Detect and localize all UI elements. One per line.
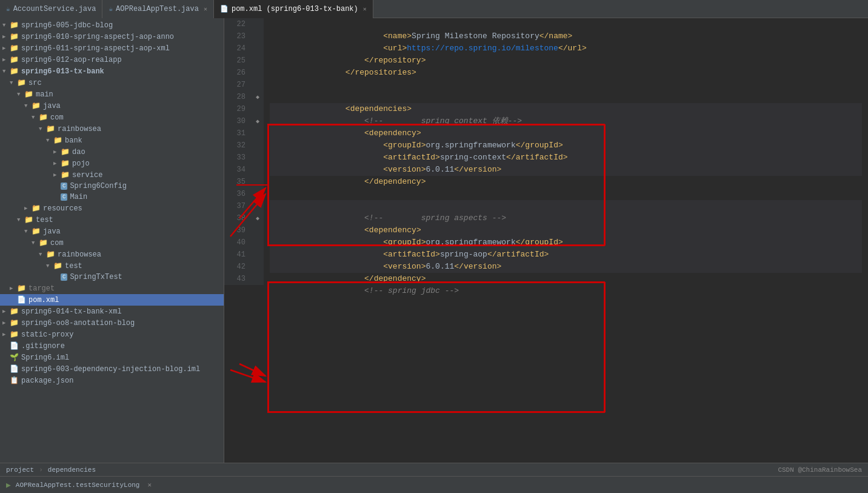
tree-item-src[interactable]: ▼ 📁 src bbox=[0, 77, 224, 89]
tree-label: service bbox=[72, 171, 102, 179]
tree-item-spring6-010[interactable]: ▶ 📁 spring6-010-spring-aspectj-aop-anno bbox=[0, 31, 224, 42]
tree-item-package-json[interactable]: 📋 package.json bbox=[0, 375, 224, 386]
run-icon: ▶ bbox=[6, 480, 11, 490]
tree-item-spring6config[interactable]: C Spring6Config bbox=[0, 181, 224, 192]
arrow-icon: ▼ bbox=[39, 252, 46, 258]
arrow-icon: ▼ bbox=[17, 92, 24, 98]
tab-aoprealapptest[interactable]: ☕ AOPRealAppTest.java ✕ bbox=[102, 0, 213, 18]
tree-item-com-test[interactable]: ▼ 📁 com bbox=[0, 237, 224, 249]
tree-item-com[interactable]: ▼ 📁 com bbox=[0, 112, 224, 123]
tree-item-spring6-011[interactable]: ▶ 📁 spring6-011-spring-aspectj-aop-xml bbox=[0, 42, 224, 54]
arrow-icon: ▼ bbox=[46, 138, 53, 144]
tab-close-icon-2[interactable]: ✕ bbox=[363, 5, 367, 13]
tree-item-rainbowsea[interactable]: ▼ 📁 rainbowsea bbox=[0, 123, 224, 135]
arrow-icon: ▼ bbox=[2, 69, 10, 75]
code-line-37: <!-- spring aspects --> bbox=[270, 200, 862, 212]
line-num: 35 bbox=[230, 176, 245, 188]
tab-accountservice[interactable]: ☕ AccountService.java bbox=[0, 0, 102, 18]
tree-item-pojo[interactable]: ▶ 📁 pojo bbox=[0, 158, 224, 169]
tree-item-static-proxy[interactable]: ▶ 📁 static-proxy bbox=[0, 329, 224, 340]
folder-icon: 📁 bbox=[32, 101, 41, 110]
tree-item-test[interactable]: ▼ 📁 test bbox=[0, 214, 224, 226]
tree-label: src bbox=[28, 79, 42, 87]
arrow-icon: ▶ bbox=[2, 308, 10, 315]
tree-item-bank[interactable]: ▼ 📁 bank bbox=[0, 135, 224, 146]
tree-label: target bbox=[28, 284, 55, 293]
folder-icon: 📁 bbox=[53, 136, 62, 145]
java-icon: ☕ bbox=[6, 5, 10, 13]
tree-item-pom-xml[interactable]: 📄 pom.xml bbox=[0, 294, 224, 306]
code-editor[interactable]: 22 23 24 25 26 27 28 29 30 31 32 33 34 3… bbox=[224, 18, 868, 463]
folder-icon: 📁 bbox=[61, 170, 70, 179]
code-line-27 bbox=[270, 79, 862, 91]
target-icon: 📁 bbox=[17, 284, 26, 293]
tree-label: spring6-005-jdbc-blog bbox=[21, 21, 113, 30]
gutter-marker-28: ◆ bbox=[256, 93, 259, 101]
tree-label: spring6-010-spring-aspectj-aop-anno bbox=[21, 33, 174, 41]
folder-icon: 📁 bbox=[10, 44, 19, 53]
tree-label: test bbox=[65, 262, 82, 270]
tree-label: Main bbox=[70, 193, 87, 201]
folder-icon: 📁 bbox=[10, 67, 19, 76]
arrow-icon: ▼ bbox=[32, 240, 39, 246]
line-num: 30 bbox=[230, 115, 245, 127]
line-num: 22 bbox=[230, 18, 245, 30]
arrow-icon: ▶ bbox=[2, 33, 10, 40]
tree-item-spring6-014[interactable]: ▶ 📁 spring6-014-tx-bank-xml bbox=[0, 306, 224, 317]
tree-item-java[interactable]: ▼ 📁 java bbox=[0, 100, 224, 112]
tree-item-spring6-003-iml[interactable]: 📄 spring6-003-dependency-injection-blog.… bbox=[0, 363, 224, 375]
tree-item-spring6-oo8[interactable]: ▶ 📁 spring6-oo8-anotation-blog bbox=[0, 317, 224, 329]
code-line-28: <dependencies> bbox=[270, 91, 862, 103]
tree-item-resources[interactable]: ▶ 📁 resources bbox=[0, 203, 224, 214]
svg-rect-1 bbox=[268, 282, 604, 412]
code-line-22: <name>Spring Milestone Repository</name> bbox=[270, 18, 862, 30]
line-num: 24 bbox=[230, 42, 245, 55]
tree-item-dao[interactable]: ▶ 📁 dao bbox=[0, 146, 224, 158]
arrow-icon: ▶ bbox=[24, 205, 32, 212]
tab-pomxml[interactable]: 📄 pom.xml (spring6-013-tx-bank) ✕ bbox=[214, 0, 373, 18]
arrow-icon: ▼ bbox=[2, 22, 10, 29]
tree-item-main-class[interactable]: C Main bbox=[0, 192, 224, 203]
arrow-icon: ▶ bbox=[2, 56, 10, 63]
file-icon: 📄 bbox=[10, 364, 19, 374]
folder-icon: 📁 bbox=[46, 124, 55, 133]
breadcrumb-project: project bbox=[6, 466, 34, 474]
tree-item-java-test[interactable]: ▼ 📁 java bbox=[0, 226, 224, 237]
java-class-icon-2: C bbox=[61, 193, 67, 201]
arrow-icon: ▼ bbox=[24, 103, 32, 109]
arrow-icon: ▶ bbox=[10, 285, 17, 292]
tree-item-gitignore[interactable]: 📄 .gitignore bbox=[0, 340, 224, 352]
file-tree-sidebar[interactable]: ▼ 📁 spring6-005-jdbc-blog ▶ 📁 spring6-01… bbox=[0, 18, 224, 463]
tree-item-target[interactable]: ▶ 📁 target bbox=[0, 283, 224, 294]
tree-item-springtxtest[interactable]: C SpringTxTest bbox=[0, 272, 224, 283]
tree-label: pojo bbox=[72, 159, 90, 168]
tree-item-spring6-012[interactable]: ▶ 📁 spring6-012-aop-realapp bbox=[0, 54, 224, 65]
tab-bar: ☕ AccountService.java ☕ AOPRealAppTest.j… bbox=[0, 0, 868, 18]
folder-icon: 📁 bbox=[61, 159, 70, 168]
tree-item-spring6iml[interactable]: 🌱 Spring6.iml bbox=[0, 352, 224, 363]
tree-label: package.json bbox=[21, 377, 73, 385]
run-label: AOPRealAppTest.testSecurityLong bbox=[16, 481, 140, 489]
tree-label: rainbowsea bbox=[58, 250, 101, 259]
tree-label: Spring6.iml bbox=[21, 354, 69, 362]
line-num: 27 bbox=[230, 79, 245, 91]
tree-item-service[interactable]: ▶ 📁 service bbox=[0, 169, 224, 181]
run-close-icon[interactable]: ✕ bbox=[147, 481, 152, 489]
tab-close-icon[interactable]: ✕ bbox=[204, 5, 207, 13]
folder-icon: 📁 bbox=[10, 318, 19, 327]
tree-item-main[interactable]: ▼ 📁 main bbox=[0, 89, 224, 100]
tree-item-test-pkg[interactable]: ▼ 📁 test bbox=[0, 260, 224, 272]
arrow-icon: ▼ bbox=[24, 229, 32, 235]
tree-label: test bbox=[36, 216, 53, 224]
tree-item-spring6-005[interactable]: ▼ 📁 spring6-005-jdbc-blog bbox=[0, 19, 224, 31]
tree-item-rainbowsea-test[interactable]: ▼ 📁 rainbowsea bbox=[0, 249, 224, 260]
folder-icon: 📁 bbox=[10, 307, 19, 316]
tree-label: SpringTxTest bbox=[70, 273, 122, 281]
line-num: 31 bbox=[230, 127, 245, 139]
arrow-icon: ▼ bbox=[17, 217, 24, 223]
tree-item-spring6-013[interactable]: ▼ 📁 spring6-013-tx-bank bbox=[0, 65, 224, 77]
tree-label: pom.xml bbox=[28, 296, 59, 304]
breadcrumb-dependencies: dependencies bbox=[48, 466, 96, 474]
folder-icon: 📁 bbox=[53, 261, 62, 270]
line-num: 33 bbox=[230, 152, 245, 164]
